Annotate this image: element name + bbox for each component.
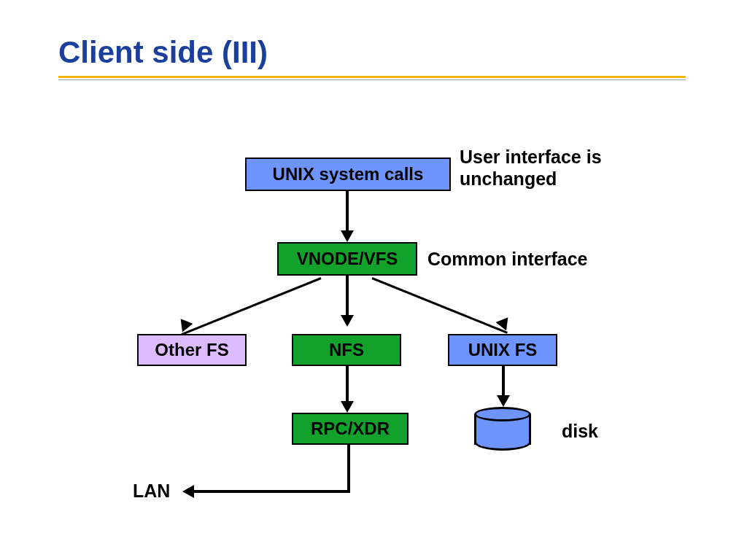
arrow-vnode-to-nfs-shaft: [346, 276, 349, 316]
box-other-fs: Other FS: [137, 334, 247, 366]
disk-icon: [474, 407, 531, 451]
arrow-vnode-to-otherfs-head: [177, 319, 193, 335]
arrow-vnode-to-nfs-head: [341, 315, 354, 327]
label-lan: LAN: [133, 480, 170, 502]
title-rule-gold: [58, 76, 686, 78]
arrow-vnode-to-unixfs-head: [496, 317, 513, 333]
slide: Client side (III) UNIX system calls User…: [0, 0, 747, 560]
arrow-rpcxdr-to-lan-head: [182, 485, 194, 498]
box-unix-system-calls: UNIX system calls: [245, 158, 451, 191]
arrow-vnode-to-otherfs-shaft: [181, 277, 321, 335]
label-disk: disk: [562, 420, 598, 442]
label-common-interface: Common interface: [427, 248, 588, 270]
arrow-vnode-to-unixfs-shaft: [371, 277, 508, 334]
arrow-rpcxdr-left-shaft: [193, 490, 350, 493]
box-vnode-vfs: VNODE/VFS: [277, 242, 417, 276]
arrow-unixfs-to-disk-shaft: [502, 366, 505, 397]
arrow-nfs-to-rpcxdr-shaft: [346, 366, 349, 402]
slide-title: Client side (III): [58, 35, 268, 70]
box-nfs: NFS: [292, 334, 401, 366]
arrow-calls-to-vnode-shaft: [346, 191, 349, 232]
arrow-rpcxdr-down-shaft: [347, 445, 350, 491]
box-unix-fs: UNIX FS: [448, 334, 557, 366]
title-rule-grey: [58, 79, 686, 80]
arrow-unixfs-to-disk-head: [497, 395, 510, 407]
label-user-interface-unchanged: User interface is unchanged: [460, 146, 627, 190]
box-rpc-xdr: RPC/XDR: [292, 413, 409, 445]
arrow-calls-to-vnode-head: [341, 230, 354, 242]
arrow-nfs-to-rpcxdr-head: [341, 401, 354, 413]
